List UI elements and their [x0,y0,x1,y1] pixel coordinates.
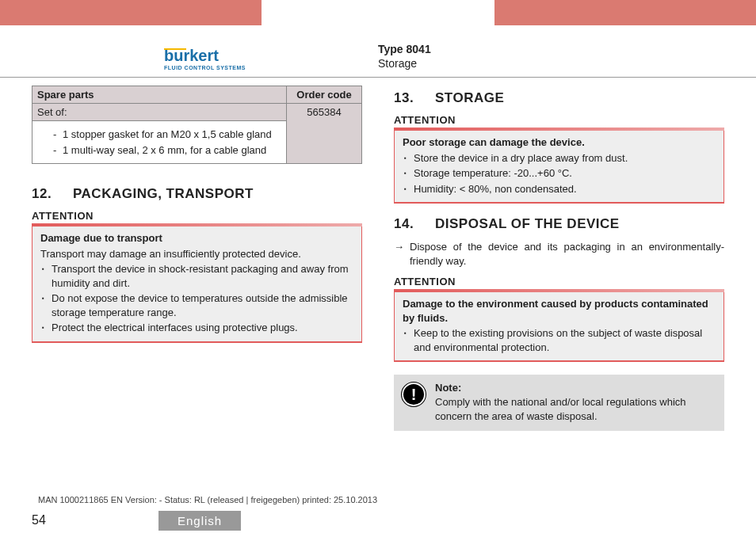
footer: 54 English [0,508,756,533]
section-13-title: STORAGE [435,90,504,105]
section-14-heading: 14.DISPOSAL OF THE DEVICE [394,216,724,232]
attn-12-intro: Transport may damage an insufficiently p… [40,247,353,261]
set-label: Set of: [32,104,287,121]
attn-14-bullet-1: Keep to the existing provisions on the s… [403,326,716,354]
brand-logo: burkert FLUID CONTROL SYSTEMS [164,47,246,70]
content-columns: Spare parts Order code Set of: 565384 1 … [0,78,756,489]
section-14-arrow-text: Dispose of the device and its packaging … [394,240,724,268]
left-column: Spare parts Order code Set of: 565384 1 … [32,86,362,489]
logo-area: burkert FLUID CONTROL SYSTEMS [32,47,378,70]
section-14-title: DISPOSAL OF THE DEVICE [435,216,620,231]
right-column: 13.STORAGE ATTENTION Poor storage can da… [394,86,724,489]
attn-12-bullet-2: Do not expose the device to temperatures… [40,291,353,319]
top-tabs [0,0,756,25]
spare-item-1: 1 stopper gasket for an M20 x 1,5 cable … [53,127,281,143]
col-order-code: Order code [287,86,362,104]
attn-13-bullet-1: Store the device in a dry place away fro… [403,151,716,166]
language-tab: English [158,511,241,531]
attention-box-13: Poor storage can damage the device. Stor… [394,131,724,204]
attn-14-title: Damage to the environment caused by prod… [403,297,716,325]
table-set-row: Set of: 565384 [32,104,362,121]
attn-12-title: Damage due to transport [40,231,353,246]
attention-label-14: ATTENTION [394,276,724,287]
section-12-title: PACKAGING, TRANSPORT [73,186,254,201]
note-title: Note: [435,382,461,394]
set-order-code: 565384 [287,104,362,164]
logo-subtitle: FLUID CONTROL SYSTEMS [164,65,246,70]
page-number: 54 [0,513,158,527]
exclamation-icon: ! [402,383,426,406]
attn-12-bullet-3: Protect the electrical interfaces using … [40,321,353,335]
attn-12-bullet-1: Transport the device in shock-resistant … [40,262,353,290]
tab-decor-mid [262,0,494,25]
table-header-row: Spare parts Order code [32,86,362,104]
col-spare-parts: Spare parts [32,86,287,104]
attn-13-bullet-3: Humidity: < 80%, non condensated. [403,182,716,196]
section-13-num: 13. [394,90,435,106]
attention-box-14: Damage to the environment caused by prod… [394,292,724,362]
attention-label-12: ATTENTION [32,210,362,222]
doc-title-block: Type 8041 Storage [378,42,724,70]
section-12-heading: 12.PACKAGING, TRANSPORT [32,186,362,202]
tab-decor-right [494,0,756,25]
spare-item-2: 1 multi-way seal, 2 x 6 mm, for a cable … [53,143,281,158]
note-body: Comply with the national and/or local re… [435,395,716,423]
note-box: ! Note: Comply with the national and/or … [394,375,724,431]
section-14-num: 14. [394,216,435,232]
footer-meta: MAN 1000211865 EN Version: - Status: RL … [38,495,377,504]
doc-type: Type 8041 [378,42,724,56]
section-13-heading: 13.STORAGE [394,90,724,106]
spare-parts-table: Spare parts Order code Set of: 565384 1 … [32,86,362,164]
attn-13-bullet-2: Storage temperature: -20...+60 °C. [403,166,716,181]
tab-decor-left [0,0,262,25]
set-items-cell: 1 stopper gasket for an M20 x 1,5 cable … [32,121,287,164]
doc-section: Storage [378,56,724,70]
attention-box-12: Damage due to transport Transport may da… [32,227,362,343]
attn-13-title: Poor storage can damage the device. [403,135,716,150]
section-12-num: 12. [32,186,73,202]
attention-label-13: ATTENTION [394,114,724,126]
header: burkert FLUID CONTROL SYSTEMS Type 8041 … [0,25,756,78]
